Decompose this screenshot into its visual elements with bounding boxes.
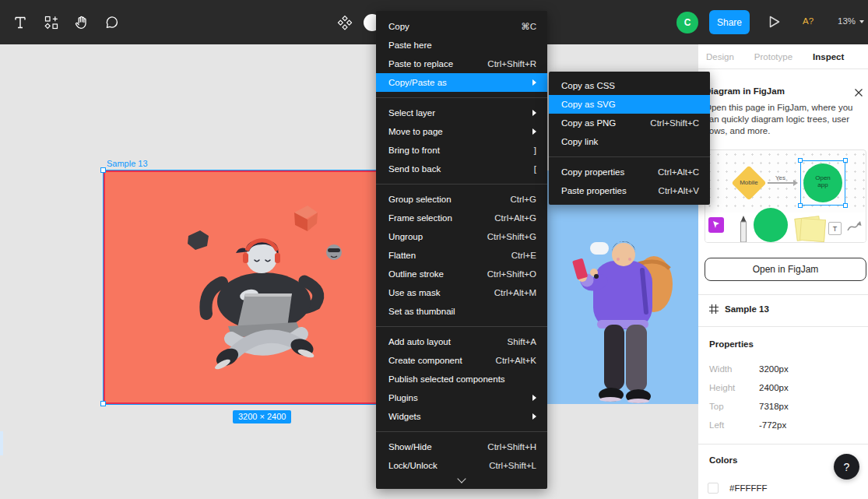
comment-tool-icon[interactable] (100, 11, 124, 34)
prop-value: -772px (759, 420, 786, 430)
submenu-arrow-icon (532, 128, 536, 135)
menu-item-set-as-thumbnail[interactable]: Set as thumbnail (376, 302, 547, 321)
menu-item-publish-selected-components[interactable]: Publish selected components (376, 370, 547, 388)
figjam-sticky-note-icon (799, 218, 826, 242)
figjam-handle (798, 203, 803, 208)
figjam-connector-tool-icon (847, 220, 863, 233)
component-diamonds-icon[interactable] (333, 11, 357, 34)
prop-label: Left (709, 420, 724, 430)
color-hex-value: #FFFFFF (729, 483, 768, 493)
submenu-arrow-icon (532, 413, 536, 420)
offscreen-frame-edge (0, 431, 3, 455)
menu-divider (376, 431, 547, 432)
selected-layer-name: Sample 13 (725, 304, 769, 314)
figjam-cursor-tool-icon (708, 217, 724, 233)
prop-label: Height (709, 383, 735, 392)
figjam-connector-label: Yes (775, 174, 785, 181)
menu-item-select-layer[interactable]: Select layer (376, 104, 547, 122)
submenu-item-copy-as-png[interactable]: Copy as PNGCtrl+Shift+C (549, 114, 710, 132)
divider (698, 294, 868, 295)
figma-app-window: Sample 13 (0, 0, 868, 499)
selection-size-badge: 3200 × 2400 (233, 410, 291, 423)
text-tool-icon[interactable] (9, 11, 32, 34)
submenu-item-copy-as-svg[interactable]: Copy as SVG (549, 95, 710, 114)
help-button[interactable]: ? (834, 454, 859, 480)
submenu-arrow-icon (532, 79, 536, 86)
properties-title: Properties (709, 339, 754, 349)
close-icon[interactable] (854, 86, 863, 96)
menu-divider (376, 326, 547, 327)
menu-item-copy[interactable]: Copy⌘C (376, 17, 547, 36)
menu-item-create-component[interactable]: Create componentCtrl+Alt+K (376, 351, 547, 370)
colors-title: Colors (709, 455, 737, 465)
figjam-connector-line (768, 182, 794, 184)
selected-frame-name-label[interactable]: Sample 13 (107, 159, 148, 168)
prop-label: Top (709, 402, 724, 411)
figjam-section-title: Diagram in FigJam (705, 86, 785, 96)
figjam-text-tool-icon: T (828, 222, 842, 235)
menu-item-lock-unlock[interactable]: Lock/UnlockCtrl+Shift+L (376, 456, 547, 475)
zoom-control[interactable]: 13% (838, 16, 864, 26)
selection-handle-bottom-left[interactable] (100, 401, 106, 406)
figjam-description: Open this page in FigJam, where you can … (705, 102, 864, 137)
menu-divider (376, 184, 547, 184)
present-play-icon[interactable] (763, 10, 786, 33)
figjam-preview: Mobile Yes Open app T (705, 149, 866, 243)
menu-item-add-auto-layout[interactable]: Add auto layoutShift+A (376, 332, 547, 351)
menu-item-bring-to-front[interactable]: Bring to front] (376, 141, 547, 160)
open-in-figjam-button[interactable]: Open in FigJam (705, 258, 866, 281)
submenu-item-copy-link[interactable]: Copy link (549, 132, 710, 151)
color-swatch[interactable] (708, 483, 719, 494)
figjam-handle (843, 158, 848, 163)
selected-layer-row: Sample 13 (709, 304, 769, 314)
menu-item-move-to-page[interactable]: Move to page (376, 122, 547, 141)
figjam-arrowhead-icon (793, 180, 798, 186)
selection-handle-top-left[interactable] (100, 167, 106, 173)
zoom-level: 13% (838, 16, 856, 26)
menu-divider (376, 97, 547, 98)
divider (698, 444, 868, 445)
menu-item-flatten[interactable]: FlattenCtrl+E (376, 246, 547, 265)
menu-divider (549, 156, 710, 157)
menu-item-widgets[interactable]: Widgets (376, 407, 547, 426)
menu-item-copy-paste-as[interactable]: Copy/Paste as (376, 73, 547, 92)
menu-item-paste-to-replace[interactable]: Paste to replaceCtrl+Shift+R (376, 54, 547, 73)
submenu-item-copy-as-css[interactable]: Copy as CSS (549, 76, 710, 95)
submenu-arrow-icon (532, 395, 536, 401)
panel-tabs: Design Prototype Inspect (698, 44, 868, 69)
submenu-item-copy-properties[interactable]: Copy propertiesCtrl+Alt+C (549, 163, 710, 181)
missing-fonts-badge[interactable]: A? (803, 16, 814, 26)
tab-inspect[interactable]: Inspect (813, 52, 844, 61)
figjam-diamond-label: Mobile (733, 179, 764, 186)
figjam-selection-box (800, 160, 845, 206)
menu-item-use-as-mask[interactable]: Use as maskCtrl+Alt+M (376, 283, 547, 302)
frame-icon (709, 304, 719, 314)
figjam-handle (843, 203, 848, 208)
menu-item-send-to-back[interactable]: Send to back[ (376, 160, 547, 178)
prop-value: 7318px (759, 402, 789, 411)
inspect-panel: Design Prototype Inspect Diagram in FigJ… (698, 44, 868, 499)
chevron-down-icon (457, 474, 466, 483)
avatar[interactable]: C (676, 12, 698, 33)
copy-paste-as-submenu: Copy as CSS Copy as SVG Copy as PNGCtrl+… (549, 72, 710, 205)
resources-tool-icon[interactable] (40, 11, 63, 34)
menu-item-outline-stroke[interactable]: Outline strokeCtrl+Shift+O (376, 265, 547, 283)
prop-value: 2400px (759, 383, 789, 392)
submenu-item-paste-properties[interactable]: Paste propertiesCtrl+Alt+V (549, 181, 710, 200)
divider (698, 326, 868, 327)
menu-item-paste-here[interactable]: Paste here (376, 36, 547, 54)
menu-item-frame-selection[interactable]: Frame selectionCtrl+Alt+G (376, 209, 547, 227)
menu-item-ungroup[interactable]: UngroupCtrl+Shift+G (376, 227, 547, 246)
share-button[interactable]: Share (709, 10, 750, 34)
tab-design[interactable]: Design (706, 52, 734, 61)
menu-scroll-chevron[interactable] (376, 475, 547, 486)
menu-item-show-hide[interactable]: Show/HideCtrl+Shift+H (376, 438, 547, 456)
tab-prototype[interactable]: Prototype (754, 52, 792, 61)
submenu-arrow-icon (532, 110, 536, 116)
menu-item-plugins[interactable]: Plugins (376, 388, 547, 407)
chevron-down-icon (859, 20, 864, 23)
figjam-marker-tool-icon (738, 216, 749, 242)
menu-item-group-selection[interactable]: Group selectionCtrl+G (376, 190, 547, 209)
hand-tool-icon[interactable] (70, 11, 93, 34)
figjam-handle (798, 158, 803, 163)
